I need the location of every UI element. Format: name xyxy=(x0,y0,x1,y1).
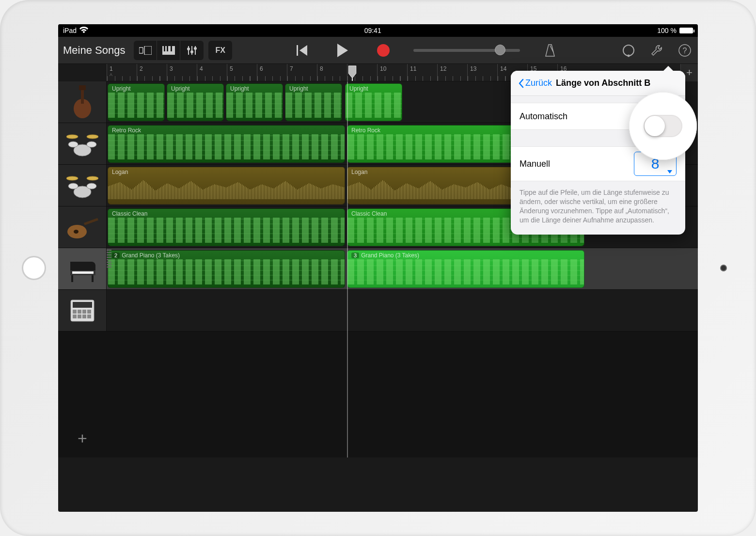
loop-button[interactable] xyxy=(620,42,637,59)
section-label: A xyxy=(110,72,134,77)
audio-region[interactable]: Upright xyxy=(226,83,283,121)
svg-rect-37 xyxy=(92,275,94,282)
play-icon xyxy=(337,44,348,57)
take-badge: 2 xyxy=(112,252,120,258)
svg-point-13 xyxy=(623,45,634,56)
audio-region[interactable]: Upright xyxy=(345,83,402,121)
camera-icon xyxy=(720,265,727,271)
track-header[interactable] xyxy=(58,165,107,206)
track-header[interactable] xyxy=(58,81,107,123)
add-track-button[interactable]: + xyxy=(73,428,92,448)
svg-point-26 xyxy=(87,135,98,139)
record-button[interactable] xyxy=(373,40,394,61)
bar-number: 2 xyxy=(140,65,143,72)
automatic-switch[interactable] xyxy=(644,115,682,137)
track-resize-grip[interactable] xyxy=(107,248,111,268)
home-button[interactable] xyxy=(22,256,46,280)
popover-back-button[interactable]: Zurück xyxy=(518,78,552,88)
svg-text:?: ? xyxy=(683,47,687,55)
track-row[interactable]: 2Grand Piano (3 Takes) 3Grand Piano (3 T… xyxy=(58,248,698,290)
drum-machine-icon xyxy=(65,294,99,328)
region-label: Classic Clean xyxy=(112,210,147,217)
svg-marker-17 xyxy=(348,66,356,78)
audio-region[interactable]: Retro Rock xyxy=(108,125,345,163)
region-label: Grand Piano (3 Takes) xyxy=(361,252,419,259)
track-header[interactable] xyxy=(58,123,107,164)
bar-number: 8 xyxy=(320,65,323,72)
svg-point-24 xyxy=(87,142,96,147)
fx-button[interactable]: FX xyxy=(208,41,232,60)
audio-region[interactable]: Classic Clean xyxy=(108,208,345,246)
my-songs-button[interactable]: Meine Songs xyxy=(63,44,125,57)
battery-icon xyxy=(679,28,693,33)
audio-region[interactable]: Upright xyxy=(108,83,165,121)
svg-point-11 xyxy=(194,47,197,50)
piano-icon xyxy=(65,252,99,286)
help-icon: ? xyxy=(678,44,692,57)
instrument-button[interactable] xyxy=(157,41,180,60)
play-button[interactable] xyxy=(332,40,353,61)
region-label: Grand Piano (3 Takes) xyxy=(122,252,180,259)
bar-number: 10 xyxy=(380,65,386,72)
bar-number: 3 xyxy=(170,65,173,72)
help-button[interactable]: ? xyxy=(677,42,693,59)
svg-rect-45 xyxy=(73,315,77,318)
audio-region[interactable]: 3Grand Piano (3 Takes) xyxy=(347,250,584,288)
audio-region[interactable]: Upright xyxy=(285,83,342,121)
sliders-icon xyxy=(187,46,197,55)
drums-icon xyxy=(65,127,99,161)
view-toggle-button[interactable] xyxy=(134,41,157,60)
battery-label: 100 % xyxy=(657,27,677,34)
take-badge: 3 xyxy=(351,252,359,258)
piano-icon xyxy=(162,46,175,55)
svg-point-7 xyxy=(187,47,190,50)
region-label: Upright xyxy=(230,85,249,92)
section-divider-marker[interactable] xyxy=(347,64,358,81)
popover-title: Länge von Abschnitt B xyxy=(556,78,650,88)
popover-help-text: Tippe auf die Pfeile, um die Länge stufe… xyxy=(511,181,685,235)
svg-point-30 xyxy=(66,176,78,180)
back-label: Zurück xyxy=(525,78,552,88)
track-header[interactable] xyxy=(58,290,107,331)
device-label: iPad xyxy=(63,27,77,34)
bar-number: 6 xyxy=(260,65,263,72)
stepper-down-icon[interactable] xyxy=(667,170,672,173)
svg-point-9 xyxy=(190,50,193,53)
region-label: Logan xyxy=(351,169,367,175)
svg-rect-0 xyxy=(139,47,143,53)
record-icon xyxy=(377,44,390,57)
region-label: Upright xyxy=(289,85,308,92)
metronome-button[interactable] xyxy=(539,40,561,61)
ipad-frame: iPad 09:41 100 % Meine Songs xyxy=(0,0,756,536)
volume-slider[interactable] xyxy=(413,49,520,52)
switch-magnifier xyxy=(629,92,697,160)
svg-rect-42 xyxy=(78,310,81,314)
drums-icon xyxy=(65,169,99,203)
wifi-icon xyxy=(79,27,88,35)
track-header[interactable] xyxy=(58,206,107,248)
audio-region[interactable]: Logan xyxy=(108,167,345,205)
volume-knob[interactable] xyxy=(495,45,505,55)
svg-rect-38 xyxy=(72,271,94,274)
section-length-popover: Zurück Länge von Abschnitt B Automatisch… xyxy=(511,71,685,235)
svg-point-28 xyxy=(68,183,78,189)
bar-number: 11 xyxy=(410,65,416,72)
bar-number: 4 xyxy=(200,65,203,72)
chevron-left-icon xyxy=(518,79,524,88)
svg-rect-36 xyxy=(71,275,73,282)
manual-label: Manuell xyxy=(520,159,550,169)
audio-region[interactable]: Upright xyxy=(167,83,224,121)
audio-region[interactable]: 2Grand Piano (3 Takes) xyxy=(108,250,345,288)
settings-button[interactable] xyxy=(648,42,665,59)
svg-point-23 xyxy=(68,142,78,147)
bar-number: 14 xyxy=(500,65,506,72)
mixer-button[interactable] xyxy=(180,41,204,60)
region-label: Classic Clean xyxy=(351,210,387,217)
track-row[interactable] xyxy=(58,290,698,331)
region-label: Upright xyxy=(171,85,190,92)
rewind-button[interactable] xyxy=(291,40,313,61)
bar-number: 12 xyxy=(440,65,446,72)
toolbar: Meine Songs FX xyxy=(58,37,698,64)
track-header[interactable] xyxy=(58,248,107,289)
loop-icon xyxy=(622,44,635,57)
